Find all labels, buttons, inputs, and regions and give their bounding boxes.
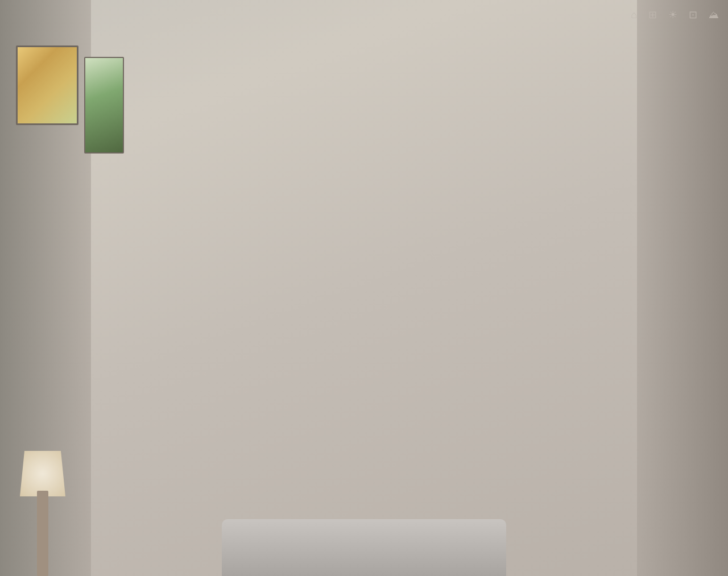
screenshot-icon[interactable]: ⊞: [648, 9, 657, 21]
plant-decoration: [84, 57, 124, 154]
environment-icon[interactable]: ⛰: [709, 9, 719, 21]
home-icon[interactable]: ⌂: [631, 9, 637, 21]
artwork-decoration: [16, 45, 78, 125]
display-icon[interactable]: ⊡: [689, 9, 697, 21]
brightness-icon[interactable]: ☀: [668, 9, 677, 21]
lamp-decoration: [9, 451, 77, 576]
sofa-decoration: [222, 519, 506, 576]
room-right-wall: [637, 0, 728, 576]
